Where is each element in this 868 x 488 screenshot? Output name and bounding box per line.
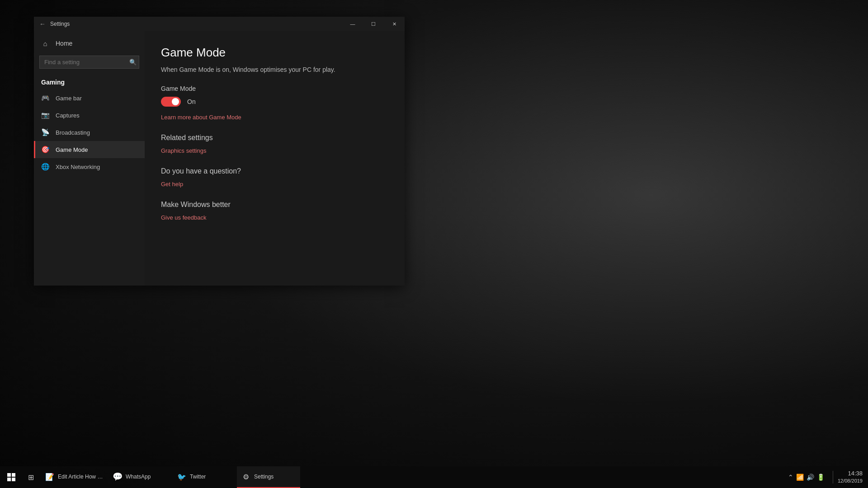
sidebar-item-broadcasting[interactable]: 📡 Broadcasting: [34, 124, 145, 141]
search-icon[interactable]: 🔍: [129, 59, 137, 66]
taskbar-app-edit-article[interactable]: 📝 Edit Article How to...: [41, 466, 108, 488]
search-input[interactable]: [39, 56, 139, 69]
whatsapp-label: WhatsApp: [126, 474, 151, 480]
home-icon: ⌂: [41, 39, 49, 47]
edit-article-label: Edit Article How to...: [58, 474, 103, 480]
task-view-button[interactable]: ⊞: [23, 466, 39, 488]
page-title: Game Mode: [161, 46, 388, 60]
settings-icon: ⚙: [241, 472, 250, 481]
home-label: Home: [56, 40, 72, 47]
window-title: Settings: [50, 21, 70, 27]
game-mode-label: Game Mode: [161, 85, 388, 92]
taskbar: ⊞ 📝 Edit Article How to... 💬 WhatsApp 🐦 …: [0, 466, 868, 488]
battery-icon[interactable]: 🔋: [817, 474, 825, 481]
twitter-label: Twitter: [190, 474, 206, 480]
question-heading: Do you have a question?: [161, 167, 388, 175]
sidebar-item-label: Xbox Networking: [56, 164, 100, 170]
maximize-button[interactable]: ☐: [363, 17, 384, 31]
whatsapp-icon: 💬: [113, 472, 122, 481]
sidebar-item-game-mode[interactable]: 🎯 Game Mode: [34, 141, 145, 158]
minimize-button[interactable]: —: [342, 17, 363, 31]
close-button[interactable]: ✕: [384, 17, 405, 31]
tray-divider: [833, 471, 833, 483]
toggle-state-label: On: [187, 98, 196, 105]
date-display: 12/08/2019: [838, 478, 863, 484]
taskbar-app-whatsapp[interactable]: 💬 WhatsApp: [108, 466, 172, 488]
system-icons: ⌃ 📶 🔊 🔋: [788, 474, 825, 481]
search-box: 🔍: [39, 56, 139, 69]
taskbar-app-settings[interactable]: ⚙ Settings: [237, 466, 300, 488]
section-label: Gaming: [34, 72, 145, 89]
taskbar-app-twitter[interactable]: 🐦 Twitter: [173, 466, 236, 488]
main-content: Game Mode When Game Mode is on, Windows …: [145, 31, 405, 286]
get-help-link[interactable]: Get help: [161, 181, 183, 188]
question-section: Do you have a question? Get help: [161, 167, 388, 188]
sidebar-item-label: Game bar: [56, 95, 82, 102]
game-bar-icon: 🎮: [41, 94, 49, 102]
system-time[interactable]: 14:38 12/08/2019: [838, 469, 863, 485]
time-display: 14:38: [838, 469, 863, 478]
sidebar-item-label: Captures: [56, 112, 80, 119]
game-mode-toggle[interactable]: [161, 97, 181, 107]
title-bar-left: ← Settings: [39, 20, 70, 28]
taskbar-apps: 📝 Edit Article How to... 💬 WhatsApp 🐦 Tw…: [39, 466, 783, 488]
volume-icon[interactable]: 🔊: [807, 474, 814, 481]
sidebar-item-game-bar[interactable]: 🎮 Game bar: [34, 89, 145, 107]
edit-article-icon: 📝: [45, 472, 54, 481]
give-feedback-link[interactable]: Give us feedback: [161, 214, 206, 221]
graphics-settings-link[interactable]: Graphics settings: [161, 147, 206, 154]
settings-label: Settings: [254, 474, 274, 480]
make-better-section: Make Windows better Give us feedback: [161, 201, 388, 221]
related-settings-heading: Related settings: [161, 134, 388, 142]
sidebar-item-home[interactable]: ⌂ Home: [34, 35, 145, 52]
learn-more-link[interactable]: Learn more about Game Mode: [161, 114, 241, 121]
sidebar-item-xbox-networking[interactable]: 🌐 Xbox Networking: [34, 158, 145, 175]
captures-icon: 📷: [41, 111, 49, 119]
start-button[interactable]: [0, 466, 23, 488]
toggle-knob: [172, 98, 179, 105]
sidebar-item-label: Broadcasting: [56, 129, 90, 136]
twitter-icon: 🐦: [177, 472, 186, 481]
back-button[interactable]: ←: [39, 20, 46, 28]
title-bar: ← Settings — ☐ ✕: [34, 17, 405, 31]
window-controls: — ☐ ✕: [342, 17, 405, 31]
settings-window: ← Settings — ☐ ✕ ⌂ Home 🔍 Gaming: [34, 17, 405, 286]
chevron-icon[interactable]: ⌃: [788, 474, 793, 481]
window-body: ⌂ Home 🔍 Gaming 🎮 Game bar 📷 Captures 📡: [34, 31, 405, 286]
game-mode-section: Game Mode On Learn more about Game Mode: [161, 85, 388, 121]
game-mode-icon: 🎯: [41, 145, 49, 154]
broadcasting-icon: 📡: [41, 128, 49, 136]
sidebar: ⌂ Home 🔍 Gaming 🎮 Game bar 📷 Captures 📡: [34, 31, 145, 286]
make-better-heading: Make Windows better: [161, 201, 388, 209]
sidebar-item-captures[interactable]: 📷 Captures: [34, 107, 145, 124]
windows-logo: [7, 473, 15, 481]
toggle-row: On: [161, 97, 388, 107]
network-icon[interactable]: 📶: [796, 474, 804, 481]
task-view-icon: ⊞: [28, 473, 34, 482]
related-settings-section: Related settings Graphics settings: [161, 134, 388, 155]
system-tray: ⌃ 📶 🔊 🔋 14:38 12/08/2019: [783, 469, 868, 485]
page-description: When Game Mode is on, Windows optimises …: [161, 66, 388, 73]
xbox-networking-icon: 🌐: [41, 163, 49, 171]
sidebar-item-label: Game Mode: [56, 146, 88, 153]
